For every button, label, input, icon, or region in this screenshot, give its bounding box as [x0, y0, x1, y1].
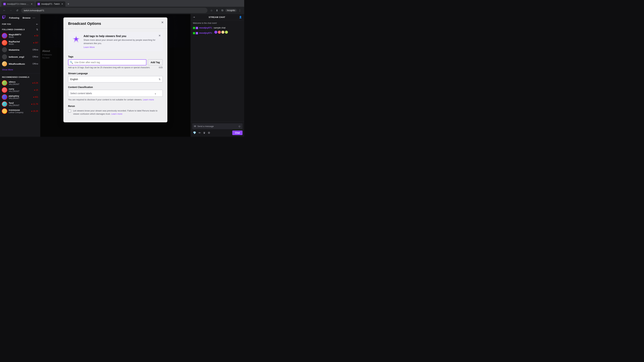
tab-close-2[interactable]: ✕: [61, 2, 64, 5]
sidebar: Following Browse ⋯ For You ⇤ FOLLOWED CH…: [0, 14, 40, 137]
tags-banner-icon: [72, 35, 81, 44]
chat-user-icon[interactable]: 👤: [239, 16, 242, 18]
refresh-button[interactable]: ↺: [15, 8, 20, 13]
chat-text-1: : sample chat: [212, 26, 226, 29]
download-icon[interactable]: ⬇: [214, 8, 219, 13]
chat-avatar-small-4: [225, 31, 228, 34]
sidebar-info-curry: curry VALORANT: [9, 88, 32, 92]
tags-section: Tags 🔍 Add Tag Add up to 10 tags. Each t…: [68, 55, 163, 69]
sidebar-item-ironmouse[interactable]: ironmouse Lethal Company ● 16.2K: [0, 108, 40, 115]
sidebar-info-betboom: betboom_eng2: [9, 56, 31, 58]
sidebar-item-tenz[interactable]: TenZ VALORANT ● 11.7K: [0, 100, 40, 108]
sidebar-item-mikarose[interactable]: MikaRoseMusic Offline: [0, 60, 40, 67]
sidebar-item-pipluptiny[interactable]: pipluptiny VALORANT ● 601: [0, 93, 40, 100]
sidebar-item-kkatamina[interactable]: kkatamina Offline: [0, 46, 40, 53]
tab-2[interactable]: T moodjoy071 - Twitch ✕: [36, 1, 66, 7]
sidebar-game-magic899tv: Music: [9, 36, 32, 38]
sidebar-viewers-tenz: ● 11.7K: [31, 103, 38, 105]
sidebar-info-pipluptiny: pipluptiny VALORANT: [9, 95, 31, 99]
sidebar-status-kkatamina: Offline: [32, 49, 38, 51]
sidebar-item-betboom[interactable]: betboom_eng2 Offline: [0, 53, 40, 60]
chat-avatar-small-3: [221, 31, 224, 34]
tags-banner-content: Add tags to help viewers find you Share …: [84, 35, 159, 49]
mod-badge-2: M: [193, 32, 195, 34]
mod-badge: M: [193, 27, 195, 29]
tab-title-1: moodjoy071's Videos - Twitch: [7, 3, 29, 5]
tag-hint-text: Add up to 10 tags. Each tag can be 25 ch…: [68, 66, 150, 69]
add-tag-button[interactable]: Add Tag: [148, 59, 163, 65]
nav-following[interactable]: Following: [8, 16, 21, 20]
sub-badge: S: [196, 27, 198, 29]
sidebar-viewers-rayrachel: ● 367: [33, 41, 38, 44]
tags-banner-close[interactable]: ✕: [158, 34, 161, 37]
tag-count: 0/25: [159, 66, 163, 69]
sidebar-item-curry[interactable]: curry VALORANT ● 1K: [0, 86, 40, 93]
nav-browse[interactable]: Browse: [21, 16, 32, 20]
tags-banner: ✕ Add tags to help viewers find you S: [68, 32, 163, 51]
chat-draw-icon[interactable]: ✏: [198, 131, 202, 135]
nav-more[interactable]: ⋯: [32, 16, 35, 19]
sidebar-status-betboom: Offline: [32, 56, 38, 58]
chat-badges-2: M S: [193, 32, 198, 34]
sidebar-item-rayrachel[interactable]: RayRachel Music ● 367: [0, 39, 40, 46]
avatar-tenz: [2, 102, 7, 107]
sidebar-game-tenz: VALORANT: [9, 104, 30, 107]
chat-collapse-icon[interactable]: ⇥: [193, 16, 195, 18]
tag-search-input[interactable]: [68, 59, 146, 65]
address-input[interactable]: [21, 8, 208, 13]
tab-bar: T moodjoy071's Videos - Twitch ✕ T moodj…: [0, 0, 244, 7]
disclosure-text: You are required to disclose if your con…: [68, 98, 163, 101]
back-button[interactable]: ←: [2, 8, 7, 13]
content-select-display[interactable]: Select content labels ⌄: [68, 90, 163, 97]
avatar-curry: [2, 87, 7, 92]
rerun-learn-more[interactable]: Learn more: [111, 113, 122, 115]
tab-title-2: moodjoy071 - Twitch: [41, 3, 60, 5]
language-select-wrapper: English Spanish French German Portuguese…: [68, 76, 163, 82]
disclosure-link[interactable]: Learn more: [143, 98, 154, 101]
twitch-nav: Following Browse ⋯: [8, 16, 35, 20]
stream-chat: ⇥ STREAM CHAT 👤 Welcome to the chat room…: [190, 14, 244, 137]
modal-close-button[interactable]: ✕: [160, 20, 165, 25]
tab-close-1[interactable]: ✕: [30, 2, 33, 5]
modal-body: ✕ Add tags to help viewers find you S: [64, 29, 167, 122]
stream-chat-title: STREAM CHAT: [209, 16, 225, 18]
rerun-checkbox[interactable]: [68, 109, 71, 112]
tag-hint: Add up to 10 tags. Each tag can be 25 ch…: [68, 66, 163, 69]
chat-toolbar: 💎 ✏ ♛ ⚙ Chat: [192, 131, 242, 135]
tags-banner-link[interactable]: Learn More: [84, 46, 94, 48]
sidebar-item-s0mcs[interactable]: s0mcs VALORANT ● 8.2K: [0, 79, 40, 86]
tag-input-wrapper: 🔍: [68, 59, 146, 65]
followed-header: FOLLOWED CHANNELS ⇅: [0, 27, 40, 32]
chat-input-box[interactable]: ✉ Send a message ☺: [192, 123, 242, 129]
sidebar-game-rayrachel: Music: [9, 43, 31, 45]
chat-emoji-icon[interactable]: ☺: [238, 125, 241, 128]
bookmark-icon[interactable]: ☆: [209, 8, 214, 13]
rerun-label: Rerun: [68, 105, 163, 107]
chat-gear-icon[interactable]: ⚙: [207, 131, 211, 135]
language-select[interactable]: English Spanish French German Portuguese…: [68, 76, 163, 82]
chat-crown-icon[interactable]: ♛: [202, 131, 206, 135]
chat-bits-icon[interactable]: 💎: [192, 131, 197, 135]
content-select-placeholder: Select content labels: [70, 92, 92, 95]
sidebar-game-ironmouse: Lethal Company: [9, 111, 30, 114]
more-icon[interactable]: ⋮: [238, 8, 242, 13]
sidebar-item-magic899tv[interactable]: Magic899TV Music ● 59: [0, 32, 40, 39]
chat-button[interactable]: Chat: [232, 131, 242, 135]
browser-chrome: T moodjoy071's Videos - Twitch ✕ T moodj…: [0, 0, 244, 14]
rerun-checkbox-row: Let viewers know your stream was previou…: [68, 109, 163, 116]
device-icon[interactable]: ⧉: [220, 8, 224, 13]
avatar-s0mcs: [2, 80, 7, 85]
twitch-logo[interactable]: [2, 15, 6, 20]
chat-input-placeholder: Send a message: [198, 125, 237, 128]
tab-1[interactable]: T moodjoy071's Videos - Twitch ✕: [1, 1, 35, 7]
stream-language-label: Stream Language: [68, 72, 163, 75]
sort-icon[interactable]: ⇅: [36, 28, 38, 31]
sidebar-info-ironmouse: ironmouse Lethal Company: [9, 109, 30, 114]
chat-badges-1: M S: [193, 27, 198, 29]
forward-button[interactable]: →: [8, 8, 13, 13]
show-more-followed[interactable]: Show More: [0, 67, 40, 72]
incognito-badge: Incognito: [225, 9, 237, 12]
new-tab-button[interactable]: +: [66, 2, 71, 6]
collapse-icon[interactable]: ⇤: [36, 23, 38, 25]
chat-welcome: Welcome to the chat room!: [193, 22, 242, 24]
